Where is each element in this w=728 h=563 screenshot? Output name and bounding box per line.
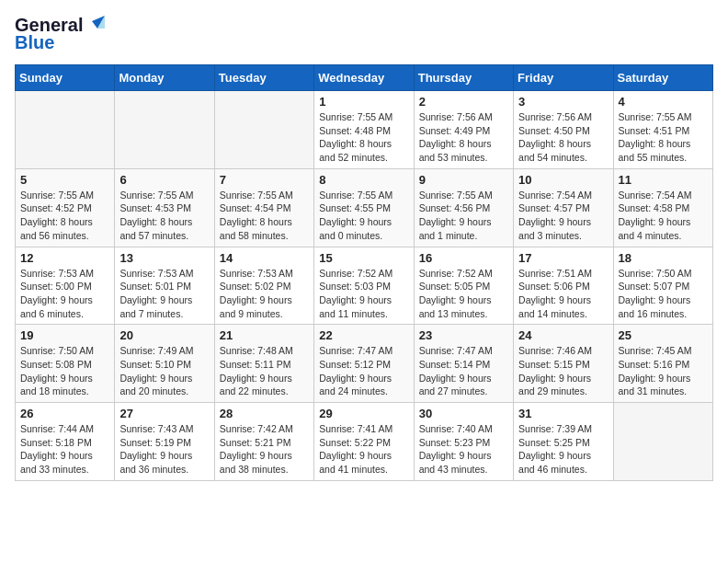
- day-info: Sunrise: 7:39 AM Sunset: 5:25 PM Dayligh…: [518, 422, 608, 477]
- header-row: SundayMondayTuesdayWednesdayThursdayFrid…: [16, 65, 713, 91]
- week-row-2: 5Sunrise: 7:55 AM Sunset: 4:52 PM Daylig…: [16, 168, 713, 247]
- day-cell: 30Sunrise: 7:40 AM Sunset: 5:23 PM Dayli…: [414, 403, 513, 481]
- day-number: 14: [220, 251, 309, 265]
- day-cell: 8Sunrise: 7:55 AM Sunset: 4:55 PM Daylig…: [314, 168, 414, 247]
- day-number: 26: [20, 407, 109, 420]
- day-number: 22: [319, 328, 408, 342]
- day-info: Sunrise: 7:48 AM Sunset: 5:11 PM Dayligh…: [220, 344, 309, 398]
- day-number: 15: [319, 251, 408, 265]
- day-number: 4: [619, 95, 708, 109]
- day-info: Sunrise: 7:47 AM Sunset: 5:14 PM Dayligh…: [419, 344, 508, 398]
- day-cell: [214, 91, 313, 169]
- day-info: Sunrise: 7:56 AM Sunset: 4:50 PM Dayligh…: [518, 110, 608, 165]
- day-cell: 6Sunrise: 7:55 AM Sunset: 4:53 PM Daylig…: [115, 168, 214, 247]
- day-info: Sunrise: 7:55 AM Sunset: 4:52 PM Dayligh…: [20, 189, 109, 243]
- day-info: Sunrise: 7:55 AM Sunset: 4:51 PM Dayligh…: [619, 110, 708, 165]
- day-cell: 24Sunrise: 7:46 AM Sunset: 5:15 PM Dayli…: [514, 325, 613, 403]
- day-cell: 10Sunrise: 7:54 AM Sunset: 4:57 PM Dayli…: [514, 168, 613, 247]
- day-info: Sunrise: 7:52 AM Sunset: 5:03 PM Dayligh…: [319, 267, 408, 321]
- day-cell: 27Sunrise: 7:43 AM Sunset: 5:19 PM Dayli…: [115, 403, 214, 481]
- week-row-4: 19Sunrise: 7:50 AM Sunset: 5:08 PM Dayli…: [16, 325, 713, 403]
- day-info: Sunrise: 7:55 AM Sunset: 4:48 PM Dayligh…: [319, 110, 408, 165]
- day-info: Sunrise: 7:56 AM Sunset: 4:49 PM Dayligh…: [419, 110, 508, 165]
- day-number: 25: [619, 328, 708, 342]
- day-number: 11: [619, 173, 708, 187]
- day-cell: 19Sunrise: 7:50 AM Sunset: 5:08 PM Dayli…: [16, 325, 115, 403]
- day-cell: 15Sunrise: 7:52 AM Sunset: 5:03 PM Dayli…: [314, 247, 414, 325]
- day-number: 5: [20, 173, 109, 187]
- day-number: 1: [319, 95, 408, 109]
- day-info: Sunrise: 7:53 AM Sunset: 5:00 PM Dayligh…: [20, 267, 109, 321]
- day-number: 23: [419, 328, 508, 342]
- day-info: Sunrise: 7:44 AM Sunset: 5:18 PM Dayligh…: [20, 422, 109, 477]
- day-info: Sunrise: 7:45 AM Sunset: 5:16 PM Dayligh…: [619, 344, 708, 398]
- header-thursday: Thursday: [414, 65, 513, 91]
- day-cell: 1Sunrise: 7:55 AM Sunset: 4:48 PM Daylig…: [314, 91, 414, 169]
- day-cell: 18Sunrise: 7:50 AM Sunset: 5:07 PM Dayli…: [613, 247, 712, 325]
- day-number: 21: [220, 328, 309, 342]
- logo: General Blue: [15, 15, 105, 53]
- day-cell: 25Sunrise: 7:45 AM Sunset: 5:16 PM Dayli…: [613, 325, 712, 403]
- day-cell: [613, 403, 712, 481]
- day-info: Sunrise: 7:42 AM Sunset: 5:21 PM Dayligh…: [220, 422, 309, 477]
- day-info: Sunrise: 7:55 AM Sunset: 4:54 PM Dayligh…: [220, 189, 309, 243]
- day-number: 28: [220, 407, 309, 420]
- day-number: 31: [518, 407, 608, 420]
- week-row-3: 12Sunrise: 7:53 AM Sunset: 5:00 PM Dayli…: [16, 247, 713, 325]
- day-cell: [16, 91, 115, 169]
- day-number: 7: [220, 173, 309, 187]
- week-row-5: 26Sunrise: 7:44 AM Sunset: 5:18 PM Dayli…: [16, 403, 713, 481]
- day-number: 3: [518, 95, 608, 109]
- day-info: Sunrise: 7:40 AM Sunset: 5:23 PM Dayligh…: [419, 422, 508, 477]
- day-info: Sunrise: 7:46 AM Sunset: 5:15 PM Dayligh…: [518, 344, 608, 398]
- day-cell: 14Sunrise: 7:53 AM Sunset: 5:02 PM Dayli…: [214, 247, 313, 325]
- day-info: Sunrise: 7:47 AM Sunset: 5:12 PM Dayligh…: [319, 344, 408, 398]
- day-cell: 23Sunrise: 7:47 AM Sunset: 5:14 PM Dayli…: [414, 325, 513, 403]
- day-cell: 17Sunrise: 7:51 AM Sunset: 5:06 PM Dayli…: [514, 247, 613, 325]
- day-cell: 3Sunrise: 7:56 AM Sunset: 4:50 PM Daylig…: [514, 91, 613, 169]
- day-info: Sunrise: 7:43 AM Sunset: 5:19 PM Dayligh…: [119, 422, 209, 477]
- day-number: 24: [518, 328, 608, 342]
- week-row-1: 1Sunrise: 7:55 AM Sunset: 4:48 PM Daylig…: [16, 91, 713, 169]
- day-number: 17: [518, 251, 608, 265]
- day-number: 16: [419, 251, 508, 265]
- day-info: Sunrise: 7:55 AM Sunset: 4:56 PM Dayligh…: [419, 189, 508, 243]
- calendar-table: SundayMondayTuesdayWednesdayThursdayFrid…: [15, 64, 713, 481]
- day-info: Sunrise: 7:55 AM Sunset: 4:55 PM Dayligh…: [319, 189, 408, 243]
- day-info: Sunrise: 7:49 AM Sunset: 5:10 PM Dayligh…: [119, 344, 209, 398]
- day-cell: 28Sunrise: 7:42 AM Sunset: 5:21 PM Dayli…: [214, 403, 313, 481]
- day-cell: 22Sunrise: 7:47 AM Sunset: 5:12 PM Dayli…: [314, 325, 414, 403]
- day-info: Sunrise: 7:54 AM Sunset: 4:57 PM Dayligh…: [518, 189, 608, 243]
- day-cell: 20Sunrise: 7:49 AM Sunset: 5:10 PM Dayli…: [115, 325, 214, 403]
- logo-blue: Blue: [15, 32, 54, 53]
- day-cell: 26Sunrise: 7:44 AM Sunset: 5:18 PM Dayli…: [16, 403, 115, 481]
- day-info: Sunrise: 7:54 AM Sunset: 4:58 PM Dayligh…: [619, 189, 708, 243]
- day-number: 13: [119, 251, 209, 265]
- day-number: 18: [619, 251, 708, 265]
- page-header: General Blue: [15, 15, 713, 53]
- header-sunday: Sunday: [16, 65, 115, 91]
- day-info: Sunrise: 7:53 AM Sunset: 5:01 PM Dayligh…: [119, 267, 209, 321]
- logo-bird-icon: [85, 16, 105, 36]
- day-number: 29: [319, 407, 408, 420]
- day-cell: 2Sunrise: 7:56 AM Sunset: 4:49 PM Daylig…: [414, 91, 513, 169]
- day-number: 6: [119, 173, 209, 187]
- day-info: Sunrise: 7:41 AM Sunset: 5:22 PM Dayligh…: [319, 422, 408, 477]
- day-number: 20: [119, 328, 209, 342]
- header-wednesday: Wednesday: [314, 65, 414, 91]
- day-cell: 16Sunrise: 7:52 AM Sunset: 5:05 PM Dayli…: [414, 247, 513, 325]
- day-cell: 4Sunrise: 7:55 AM Sunset: 4:51 PM Daylig…: [613, 91, 712, 169]
- day-cell: 12Sunrise: 7:53 AM Sunset: 5:00 PM Dayli…: [16, 247, 115, 325]
- day-cell: 21Sunrise: 7:48 AM Sunset: 5:11 PM Dayli…: [214, 325, 313, 403]
- day-info: Sunrise: 7:52 AM Sunset: 5:05 PM Dayligh…: [419, 267, 508, 321]
- day-info: Sunrise: 7:51 AM Sunset: 5:06 PM Dayligh…: [518, 267, 608, 321]
- header-tuesday: Tuesday: [214, 65, 313, 91]
- header-saturday: Saturday: [613, 65, 712, 91]
- day-cell: 5Sunrise: 7:55 AM Sunset: 4:52 PM Daylig…: [16, 168, 115, 247]
- day-number: 12: [20, 251, 109, 265]
- day-info: Sunrise: 7:55 AM Sunset: 4:53 PM Dayligh…: [119, 189, 209, 243]
- day-cell: [115, 91, 214, 169]
- day-number: 19: [20, 328, 109, 342]
- day-number: 30: [419, 407, 508, 420]
- day-cell: 31Sunrise: 7:39 AM Sunset: 5:25 PM Dayli…: [514, 403, 613, 481]
